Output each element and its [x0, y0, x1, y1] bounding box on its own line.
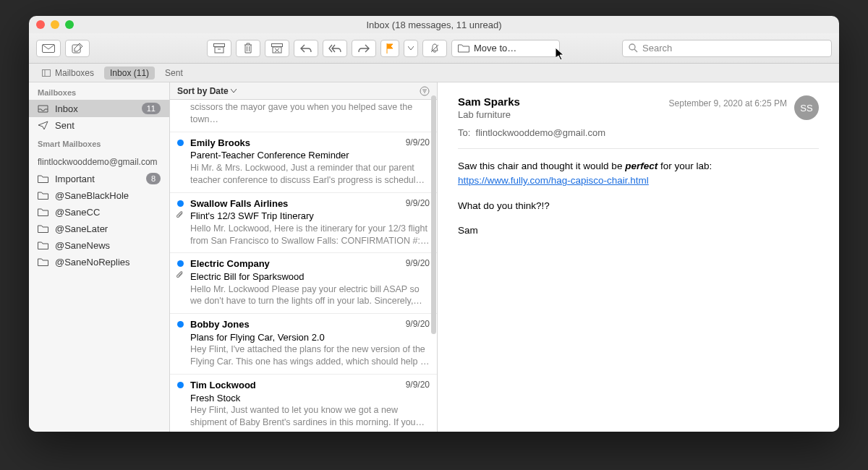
sidebar: Mailboxes Inbox 11 Sent Smart Mailboxes … [29, 82, 170, 432]
message-row[interactable]: Bobby Jones9/9/20Plans for Flying Car, V… [170, 314, 437, 375]
mail-window: Inbox (18 messages, 11 unread) [29, 16, 839, 432]
message-row[interactable]: Electric Company9/9/20Electric Bill for … [170, 253, 437, 314]
reply-all-button[interactable] [323, 40, 347, 57]
toolbar: Move to… Search [29, 33, 839, 64]
reply-button[interactable] [294, 40, 318, 57]
sidebar-section-smart: Smart Mailboxes [29, 134, 169, 151]
forward-button[interactable] [352, 40, 376, 57]
sidebar-inbox-count: 11 [142, 103, 161, 114]
sidebar-folder-label: @SaneCC [55, 207, 100, 218]
sidebar-sent-label: Sent [55, 120, 75, 131]
sidebar-folder[interactable]: @SaneNews [29, 237, 169, 254]
message-row[interactable]: Tim Lockwood9/9/20Fresh StockHey Flint, … [170, 375, 437, 432]
sidebar-folder[interactable]: @SaneCC [29, 204, 169, 221]
message-date: 9/9/20 [406, 257, 430, 270]
inbox-icon [38, 105, 49, 113]
message-list[interactable]: scissors the mayor gave you when you hel… [170, 100, 437, 432]
message-from: Emily Brooks [190, 137, 250, 150]
flag-button[interactable] [380, 40, 399, 57]
message-from: Tim Lockwood [190, 379, 256, 392]
sidebar-account[interactable]: flintlockwooddemo@gmail.com [29, 151, 169, 170]
reader-subject: Lab furniture [458, 109, 662, 120]
favorites-sent[interactable]: Sent [159, 67, 189, 80]
reader-date: September 9, 2020 at 6:25 PM [669, 98, 787, 108]
sidebar-section-mailboxes: Mailboxes [29, 82, 169, 100]
folder-icon [38, 258, 49, 266]
close-window-button[interactable] [36, 20, 45, 29]
favorites-mailboxes[interactable]: Mailboxes [36, 67, 100, 80]
message-subject: Plans for Flying Car, Version 2.0 [190, 331, 430, 344]
mute-button[interactable] [422, 40, 447, 57]
message-preview: scissors the mayor gave you when you hel… [190, 101, 430, 126]
message-preview: Hi Mr. & Mrs. Lockwood, Just a reminder … [190, 162, 430, 187]
sidebar-folder[interactable]: Important8 [29, 170, 169, 187]
message-subject: Flint's 12/3 SWF Trip Itinerary [190, 210, 430, 223]
avatar: SS [794, 95, 819, 120]
archive-button[interactable] [207, 40, 231, 57]
flag-menu-button[interactable] [404, 40, 418, 57]
sidebar-folder-label: @SaneLater [55, 223, 108, 234]
folder-icon [38, 242, 49, 249]
sidebar-folder-label: @SaneNews [55, 240, 110, 251]
sidebar-folder-label: @SaneNoReplies [55, 257, 130, 268]
junk-button[interactable] [265, 40, 289, 57]
body-text: What do you think?!? [458, 199, 819, 213]
unread-dot-icon [177, 321, 184, 328]
message-from: Bobby Jones [190, 318, 250, 331]
sidebar-folder[interactable]: @SaneBlackHole [29, 187, 169, 204]
svg-rect-3 [215, 47, 224, 53]
message-row-partial[interactable]: scissors the mayor gave you when you hel… [170, 100, 437, 132]
body-text: Saw this chair and thought it would be [458, 161, 625, 171]
compose-button[interactable] [65, 40, 90, 57]
search-field[interactable]: Search [622, 40, 832, 57]
body-link[interactable]: https://www.fully.com/hag-capisco-chair.… [458, 175, 649, 186]
message-row[interactable]: Emily Brooks9/9/20Parent-Teacher Confere… [170, 132, 437, 193]
message-row[interactable]: Swallow Falls Airlines9/9/20Flint's 12/3… [170, 193, 437, 254]
delete-button[interactable] [236, 40, 260, 57]
filter-icon[interactable] [420, 86, 430, 96]
message-subject: Fresh Stock [190, 392, 430, 405]
message-date: 9/9/20 [406, 379, 430, 392]
favorites-inbox-label: Inbox (11) [110, 68, 149, 78]
svg-rect-7 [272, 43, 283, 46]
message-date: 9/9/20 [406, 137, 430, 150]
move-to-dropdown[interactable]: Move to… [451, 40, 560, 57]
message-preview: Hello Mr. Lockwood Please pay your elect… [190, 283, 430, 308]
message-date: 9/9/20 [406, 318, 430, 331]
folder-icon [38, 192, 49, 200]
sidebar-folder[interactable]: @SaneLater [29, 221, 169, 237]
unread-dot-icon [177, 382, 184, 388]
favorites-bar: Mailboxes Inbox (11) Sent [29, 64, 839, 82]
window-title: Inbox (18 messages, 11 unread) [29, 20, 839, 30]
reader-to-label: To: [458, 127, 470, 138]
folder-icon [38, 225, 49, 233]
search-placeholder: Search [642, 43, 672, 54]
sidebar-folder-count: 8 [146, 173, 161, 184]
get-mail-button[interactable] [36, 40, 61, 57]
unread-dot-icon [177, 200, 184, 207]
move-to-label: Move to… [474, 43, 516, 54]
sidebar-folder[interactable]: @SaneNoReplies [29, 254, 169, 270]
folder-icon [458, 44, 469, 53]
zoom-window-button[interactable] [65, 20, 74, 29]
sort-bar[interactable]: Sort by Date [170, 82, 437, 100]
sidebar-sent[interactable]: Sent [29, 117, 169, 134]
folder-icon [38, 208, 49, 216]
svg-rect-12 [43, 69, 51, 76]
body-signoff: Sam [458, 223, 819, 238]
message-preview: Hey Flint, Just wanted to let you know w… [190, 404, 430, 429]
favorites-inbox[interactable]: Inbox (11) [104, 67, 155, 80]
body-text: for your lab: [658, 161, 712, 171]
message-subject: Electric Bill for Sparkswood [190, 270, 430, 283]
scrollbar-thumb[interactable] [431, 95, 436, 334]
message-preview: Hello Mr. Lockwood, Here is the itinerar… [190, 223, 430, 247]
reader-to: To: flintlockwooddemo@gmail.com [458, 127, 662, 138]
message-body: Saw this chair and thought it would be p… [458, 159, 819, 238]
svg-point-10 [629, 44, 635, 50]
sidebar-inbox[interactable]: Inbox 11 [29, 100, 169, 117]
search-icon [629, 43, 638, 53]
minimize-window-button[interactable] [51, 20, 59, 29]
sidebar-folder-label: Important [55, 174, 95, 184]
favorites-sent-label: Sent [165, 68, 183, 78]
sent-icon [38, 121, 49, 130]
